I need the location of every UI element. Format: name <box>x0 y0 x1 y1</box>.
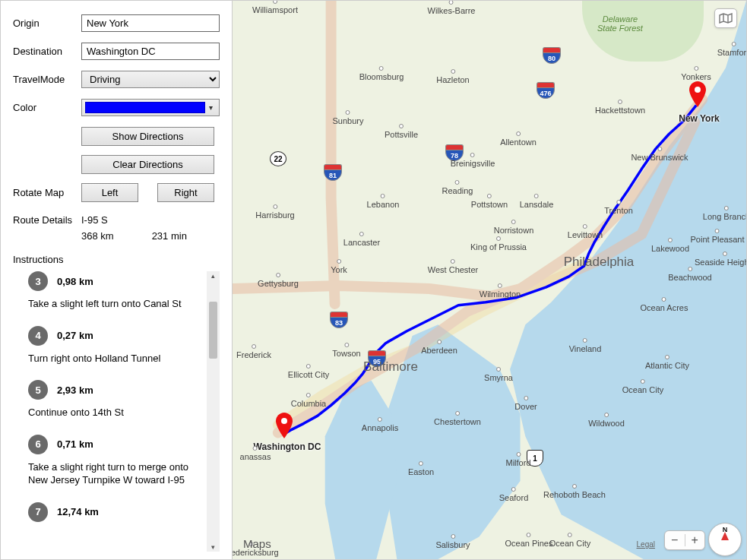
step-distance: 12,74 km <box>57 506 99 517</box>
instruction-step: 712,74 km <box>28 502 203 522</box>
city-label: Lakewood <box>651 238 689 253</box>
destination-pin[interactable] <box>275 413 293 438</box>
city-label: Reading <box>442 180 473 195</box>
step-number: 4 <box>28 326 48 346</box>
city-label: Lansdale <box>520 194 554 209</box>
scroll-down-icon[interactable]: ▾ <box>207 543 220 552</box>
scrollbar-track[interactable]: ▴ ▾ <box>207 271 220 552</box>
step-number: 6 <box>28 435 48 454</box>
scroll-up-icon[interactable]: ▴ <box>207 271 220 280</box>
zoom-in-button[interactable]: + <box>685 534 705 546</box>
step-text: Turn right onto Holland Tunnel <box>28 352 203 365</box>
city-label: Ocean Pines <box>505 533 553 548</box>
city-label: Seaford <box>499 487 529 502</box>
legal-link[interactable]: Legal <box>637 540 655 549</box>
city-label: Hazleton <box>436 69 469 84</box>
city-label: Norristown <box>494 220 534 235</box>
city-label: Rehoboth Beach <box>543 484 606 499</box>
step-number: 3 <box>28 271 48 291</box>
city-label: Point Pleasant <box>691 229 745 244</box>
map-canvas[interactable]: Delaware State Forest 80 78 476 81 83 95… <box>233 1 746 559</box>
control-panel: Origin Destination TravelMode Driving Co… <box>1 1 233 559</box>
city-label: Milford <box>505 452 530 467</box>
step-distance: 0,71 km <box>57 438 93 450</box>
city-label: New Brunswick <box>631 147 688 162</box>
city-label: Ellicott City <box>288 364 329 379</box>
city-label: Ocean City <box>549 533 590 548</box>
city-label: Vineland <box>569 338 602 353</box>
city-label: Easton <box>408 461 434 476</box>
map-icon <box>719 13 733 24</box>
city-label: King of Prussia <box>470 236 527 252</box>
city-label: Aberdeen <box>421 340 457 355</box>
route-details-label: Route Details <box>13 214 81 226</box>
city-label: Seaside Heights <box>695 252 746 267</box>
route-duration-value: 231 min <box>152 230 187 242</box>
instruction-step: 40,27 kmTurn right onto Holland Tunnel <box>28 326 203 365</box>
city-label: Wildwood <box>588 413 625 428</box>
city-label: anassas <box>240 446 271 461</box>
rotate-left-button[interactable]: Left <box>81 183 138 202</box>
city-label: Frederick <box>236 344 271 359</box>
city-label: Wilmington <box>480 283 521 299</box>
color-select[interactable]: ▾ <box>81 99 220 116</box>
travelmode-label: TravelMode <box>13 74 75 85</box>
map-mode-button[interactable] <box>714 8 737 28</box>
city-label: Annapolis <box>362 417 398 432</box>
city-label: Stamford <box>717 42 746 57</box>
city-philadelphia: Philadelphia <box>564 255 635 270</box>
city-label: Atlantic City <box>645 355 689 370</box>
clear-directions-button[interactable]: Clear Directions <box>81 155 214 174</box>
city-label: York <box>331 259 347 274</box>
city-label: Chestertown <box>434 411 481 426</box>
step-distance: 2,93 km <box>57 384 93 396</box>
travelmode-select[interactable]: Driving <box>81 71 220 88</box>
city-label: Bloomsburg <box>359 66 404 81</box>
city-label: Yonkers <box>681 66 711 81</box>
city-label: Wilkes-Barre <box>428 1 476 15</box>
destination-label: Destination <box>13 46 75 57</box>
chevron-down-icon: ▾ <box>205 103 216 112</box>
instruction-step: 60,71 kmTake a slight right turn to merg… <box>28 435 203 487</box>
zoom-control: − + <box>664 530 705 550</box>
color-label: Color <box>13 102 75 113</box>
rotate-map-label: Rotate Map <box>13 187 81 198</box>
instruction-step: 30,98 kmTake a slight left turn onto Can… <box>28 271 203 311</box>
instruction-step: 52,93 kmContinue onto 14th St <box>28 380 203 419</box>
city-label: Ocean Acres <box>641 297 688 312</box>
instructions-label: Instructions <box>13 254 220 265</box>
svg-point-1 <box>281 418 287 424</box>
scrollbar-thumb[interactable] <box>209 302 217 359</box>
city-label: Columbia <box>291 393 326 408</box>
instructions-list[interactable]: 30,98 kmTake a slight left turn onto Can… <box>28 271 220 552</box>
destination-input[interactable] <box>81 43 220 60</box>
svg-point-0 <box>695 87 701 93</box>
city-label: Beachwood <box>668 267 712 282</box>
zoom-out-button[interactable]: − <box>665 534 685 546</box>
rotate-right-button[interactable]: Right <box>157 183 214 202</box>
city-label: Trenton <box>604 200 633 215</box>
city-baltimore: Baltimore <box>363 359 418 375</box>
city-label: West Chester <box>428 259 478 274</box>
city-label: Pottsville <box>385 124 418 139</box>
city-label: Long Branch <box>703 206 746 221</box>
city-label: Smyrna <box>484 367 513 382</box>
city-label: Hackettstown <box>595 100 645 115</box>
maps-brand: Maps <box>242 537 271 550</box>
step-text: Take a slight right turn to merge onto N… <box>28 460 203 487</box>
step-text: Continue onto 14th St <box>28 406 203 419</box>
step-number: 5 <box>28 380 48 400</box>
origin-pin-label: New York <box>679 113 720 124</box>
city-label: Breinigsville <box>451 153 495 168</box>
city-label: Lebanon <box>367 194 400 209</box>
route-name-value: I-95 S <box>81 214 108 226</box>
city-label: Allentown <box>500 131 537 147</box>
city-label: Williamsport <box>252 1 298 14</box>
city-label: Harrisburg <box>255 204 294 220</box>
city-label: Pottstown <box>471 194 508 209</box>
city-label: Dover <box>514 396 537 411</box>
show-directions-button[interactable]: Show Directions <box>81 127 214 146</box>
origin-pin[interactable] <box>688 81 707 107</box>
compass-button[interactable]: N <box>708 523 742 556</box>
origin-input[interactable] <box>81 14 220 32</box>
